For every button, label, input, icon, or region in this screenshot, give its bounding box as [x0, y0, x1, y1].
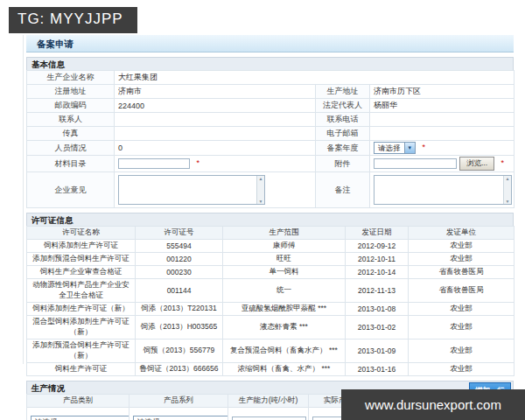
license-name: 饲料生产企业审查合格证 — [27, 266, 136, 279]
license-issuer: 农业部 — [409, 316, 514, 340]
col-header-product-category: 产品类别 — [27, 395, 130, 408]
table-row: 饲料生产企业审查合格证 000230 单一饲料 2012-10-14 省畜牧兽医… — [27, 266, 514, 279]
filing-year-select[interactable]: 请选择 ▼ — [374, 142, 416, 154]
material-label: 材料目录 — [27, 156, 115, 172]
license-no: 555494 — [136, 240, 223, 253]
legal-rep-value: 杨丽华 — [370, 99, 514, 113]
license-header-row: 许可证名称 许可证号 生产范围 发证日期 发证单位 — [27, 227, 514, 240]
table-row: 动物源性饲料产品生产企业安全卫生合格证 001144 统一 2012-11-13… — [27, 279, 514, 303]
email-label: 电子邮箱 — [316, 127, 370, 141]
col-header-license-name: 许可证名称 — [27, 227, 136, 240]
category-cell: 请选择 ▼ — [27, 408, 130, 420]
license-info-section: 许可证信息 许可证名称 许可证号 生产范围 发证日期 发证单位 饲料添加剂生产许… — [26, 213, 514, 376]
textarea-scrollbar[interactable]: ▲▼ — [503, 176, 511, 204]
attachment-label: 附件 — [316, 156, 370, 172]
series-selected: 请选择 — [134, 416, 228, 420]
product-category-select[interactable]: 请选择 ▼ — [31, 416, 130, 420]
capacity-input[interactable] — [232, 416, 306, 420]
license-no: 鲁饲证（2013）666656 — [136, 363, 223, 376]
opinion-textarea[interactable]: ▲▼ — [118, 175, 265, 205]
material-input[interactable] — [118, 158, 190, 169]
table-row: 生产企业名称 大红果集团 — [27, 71, 514, 85]
tg-overlay-banner: TG: MYYJJPP — [9, 7, 137, 33]
license-date: 2012-10-14 — [346, 266, 409, 279]
license-issuer: 农业部 — [409, 303, 514, 316]
opinion-label: 企业意见 — [27, 172, 115, 208]
category-selected: 请选择 — [32, 416, 130, 420]
table-row: 饲料添加剂生产许可证 555494 康师傅 2012-09-12 农业部 — [27, 240, 514, 253]
basic-info-table: 生产企业名称 大红果集团 注册地址 济南市 生产地址 济南市历下区 邮政编码 2… — [26, 70, 514, 208]
prod-address-value: 济南市历下区 — [370, 85, 514, 99]
page-title: 备案申请 — [26, 35, 514, 52]
license-scope: 液态虾青素 *** — [223, 316, 346, 340]
filing-form-panel: 备案申请 基本信息 生产企业名称 大红果集团 注册地址 济南市 生产地址 济南市… — [26, 35, 514, 420]
phone-label: 联系电话 — [316, 113, 370, 127]
license-no: 饲预（2013）556779 — [136, 340, 223, 363]
table-row: 材料目录 * 附件 浏览... * — [27, 156, 514, 172]
license-date: 2013-01-08 — [346, 303, 409, 316]
license-name: 混合型饲料添加剂生产许可证（新） — [27, 316, 136, 340]
license-issuer: 农业部 — [409, 253, 514, 266]
remark-textarea[interactable]: ▲▼ — [374, 175, 512, 205]
license-issuer: 省畜牧兽医局 — [409, 279, 514, 303]
license-table: 许可证名称 许可证号 生产范围 发证日期 发证单位 饲料添加剂生产许可证 555… — [26, 226, 514, 376]
material-cell: * — [115, 156, 316, 172]
table-row: 注册地址 济南市 生产地址 济南市历下区 — [27, 85, 514, 99]
table-row: 饲料生产许可证 鲁饲证（2013）666656 浓缩饲料（畜禽、水产） *** … — [27, 363, 514, 376]
col-header-issuer: 发证单位 — [409, 227, 514, 240]
personnel-value: 0 — [115, 141, 316, 156]
license-no: 001144 — [136, 279, 223, 303]
table-row: 联系人 联系电话 — [27, 113, 514, 127]
required-mark: * — [423, 143, 426, 151]
table-row: 混合型饲料添加剂生产许可证（新） 饲添（2013）H003565 液态虾青素 *… — [27, 316, 514, 340]
license-date: 2012-10-11 — [346, 253, 409, 266]
license-name: 添加剂预混合饲料生产许可证 — [27, 253, 136, 266]
col-header-capacity: 生产能力(吨/小时) — [228, 395, 309, 408]
license-name: 饲料生产许可证 — [27, 363, 136, 376]
table-row: 邮政编码 224400 法定代表人 杨丽华 — [27, 99, 514, 113]
personnel-label: 人员情况 — [27, 141, 115, 156]
email-value — [370, 127, 514, 141]
license-date: 2013-01-16 — [346, 363, 409, 376]
postcode-label: 邮政编码 — [27, 99, 115, 113]
table-row: 企业意见 ▲▼ 备注 ▲▼ — [27, 172, 514, 208]
basic-info-section: 基本信息 生产企业名称 大红果集团 注册地址 济南市 生产地址 济南市历下区 邮… — [26, 57, 514, 208]
license-name: 添加剂预混合饲料生产许可证（新） — [27, 340, 136, 363]
license-scope: 统一 — [223, 279, 346, 303]
license-no: 饲添（2013）T220131 — [136, 303, 223, 316]
required-mark: * — [501, 158, 505, 167]
series-cell: 请选择 ▼ — [130, 408, 228, 420]
chevron-down-icon: ▼ — [404, 143, 416, 153]
remark-cell: ▲▼ — [370, 172, 514, 208]
license-name: 饲料添加剂生产许可证 — [27, 240, 136, 253]
license-scope: 旺旺 — [223, 253, 346, 266]
license-issuer: 农业部 — [409, 363, 514, 376]
browse-button[interactable]: 浏览... — [459, 157, 494, 171]
license-issuer: 省畜牧兽医局 — [409, 266, 514, 279]
license-date: 2012-11-13 — [346, 279, 409, 303]
required-mark: * — [197, 158, 200, 167]
product-series-select[interactable]: 请选择 ▼ — [133, 416, 228, 420]
phone-value — [370, 113, 514, 127]
prod-address-label: 生产地址 — [316, 85, 370, 99]
textarea-scrollbar[interactable]: ▲▼ — [256, 176, 264, 204]
contact-label: 联系人 — [27, 113, 115, 127]
license-scope: 康师傅 — [223, 240, 346, 253]
license-issuer: 农业部 — [409, 340, 514, 363]
filing-year-cell: 请选择 ▼ * — [370, 141, 514, 156]
license-scope: 单一饲料 — [223, 266, 346, 279]
filing-year-selected: 请选择 — [374, 143, 404, 153]
attachment-cell: 浏览... * — [370, 156, 514, 172]
col-header-issue-date: 发证日期 — [346, 227, 409, 240]
license-name: 动物源性饲料产品生产企业安全卫生合格证 — [27, 279, 136, 303]
fax-value — [115, 127, 316, 141]
table-row: 传真 电子邮箱 — [27, 127, 514, 141]
attachment-input[interactable] — [374, 158, 457, 169]
license-no: 001220 — [136, 253, 223, 266]
table-row: 添加剂预混合饲料生产许可证（新） 饲预（2013）556779 复合预混合饲料（… — [27, 340, 514, 363]
capacity-cell — [228, 408, 309, 420]
contact-value — [115, 113, 316, 127]
license-date: 2013-01-09 — [346, 340, 409, 363]
legal-rep-label: 法定代表人 — [316, 99, 370, 113]
license-name: 饲料添加剂生产许可证（新） — [27, 303, 136, 316]
